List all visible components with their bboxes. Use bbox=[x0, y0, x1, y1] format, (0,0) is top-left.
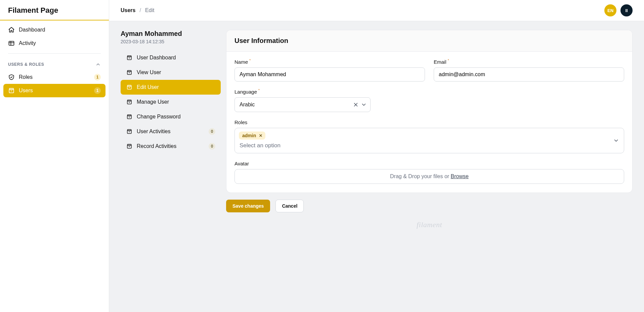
user-avatar[interactable]: II bbox=[620, 4, 633, 16]
subnav-edit-user[interactable]: Edit User bbox=[121, 80, 221, 95]
archive-icon bbox=[126, 99, 133, 105]
badge-count: 0 bbox=[209, 128, 215, 135]
remove-chip-icon[interactable] bbox=[259, 134, 263, 138]
badge-count: 1 bbox=[94, 87, 101, 94]
name-input[interactable] bbox=[234, 67, 425, 82]
language-select[interactable]: Arabic bbox=[234, 97, 371, 112]
record-title: Ayman Mohammed bbox=[121, 30, 221, 38]
badge-count: 1 bbox=[94, 74, 101, 81]
main: Users / Edit EN II Ayman Mohammed 2023-0… bbox=[109, 0, 644, 312]
table-icon bbox=[8, 40, 15, 47]
field-name: Name* bbox=[234, 59, 425, 82]
required-icon: * bbox=[448, 58, 449, 62]
subnav-view-user[interactable]: View User bbox=[121, 65, 221, 80]
role-chip-admin: admin bbox=[239, 132, 265, 140]
record-timestamp: 2023-03-18 14:12:35 bbox=[121, 39, 221, 44]
breadcrumb: Users / Edit bbox=[121, 7, 155, 13]
sidebar-item-dashboard[interactable]: Dashboard bbox=[3, 23, 105, 37]
subnav-user-dashboard[interactable]: User Dashboard bbox=[121, 50, 221, 65]
dropzone-browse[interactable]: Browse bbox=[451, 173, 469, 179]
home-icon bbox=[8, 27, 15, 33]
subnav-label: View User bbox=[137, 69, 161, 75]
form-actions: Save changes Cancel bbox=[226, 193, 633, 216]
avatar-label: Avatar bbox=[234, 161, 624, 166]
subnav-manage-user[interactable]: Manage User bbox=[121, 95, 221, 109]
user-info-card: User Information Name* Email* bbox=[226, 30, 633, 193]
content: Ayman Mohammed 2023-03-18 14:12:35 User … bbox=[109, 21, 644, 247]
archive-icon bbox=[8, 87, 15, 94]
required-icon: * bbox=[258, 88, 260, 92]
nav-divider bbox=[8, 53, 101, 54]
breadcrumb-users[interactable]: Users bbox=[121, 7, 135, 13]
subnav-label: User Dashboard bbox=[137, 55, 176, 61]
chevron-down-icon[interactable] bbox=[361, 102, 367, 108]
sidebar: Filament Page Dashboard Activity USERS &… bbox=[0, 0, 109, 312]
subnav-change-password[interactable]: Change Password bbox=[121, 109, 221, 124]
nav-section-label: USERS & ROLES bbox=[8, 62, 44, 67]
label-text: Language bbox=[234, 89, 257, 95]
archive-icon bbox=[126, 113, 133, 120]
dropzone-text: Drag & Drop your files or bbox=[390, 173, 451, 179]
archive-icon bbox=[126, 54, 133, 61]
footer-brand: filament bbox=[226, 216, 633, 239]
breadcrumb-current: Edit bbox=[145, 7, 155, 13]
field-email: Email* bbox=[434, 59, 624, 82]
email-input[interactable] bbox=[434, 67, 624, 82]
field-language: Language* Arabic bbox=[234, 89, 425, 112]
field-avatar: Avatar Drag & Drop your files or Browse bbox=[234, 161, 624, 184]
record-subnav: Ayman Mohammed 2023-03-18 14:12:35 User … bbox=[121, 29, 221, 154]
subnav-label: Record Activities bbox=[137, 143, 176, 149]
roles-label: Roles bbox=[234, 119, 624, 125]
archive-icon bbox=[126, 128, 133, 135]
sidebar-item-label: Users bbox=[19, 88, 33, 94]
subnav-label: Manage User bbox=[137, 99, 169, 105]
roles-multiselect[interactable]: admin Select an option bbox=[234, 128, 624, 153]
archive-icon bbox=[126, 69, 133, 76]
label-text: Email bbox=[434, 59, 446, 65]
label-text: Name bbox=[234, 59, 248, 65]
topbar: Users / Edit EN II bbox=[109, 0, 644, 21]
sidebar-item-users[interactable]: Users 1 bbox=[3, 84, 105, 97]
label-text: Avatar bbox=[234, 161, 249, 166]
sidebar-item-activity[interactable]: Activity bbox=[3, 37, 105, 50]
avatar-dropzone[interactable]: Drag & Drop your files or Browse bbox=[234, 169, 624, 184]
email-label: Email* bbox=[434, 59, 624, 65]
subnav-record-activities[interactable]: Record Activities 0 bbox=[121, 139, 221, 154]
subnav-label: Edit User bbox=[137, 84, 159, 90]
nav-section-users-roles[interactable]: USERS & ROLES bbox=[3, 60, 105, 70]
primary-nav: Dashboard Activity USERS & ROLES Roles 1 bbox=[0, 20, 109, 100]
sidebar-item-label: Roles bbox=[19, 74, 33, 80]
roles-placeholder: Select an option bbox=[239, 142, 620, 150]
clear-icon[interactable] bbox=[353, 102, 359, 108]
language-switcher[interactable]: EN bbox=[604, 4, 616, 16]
subnav-label: User Activities bbox=[137, 128, 170, 135]
form-column: User Information Name* Email* bbox=[226, 29, 633, 239]
label-text: Roles bbox=[234, 119, 247, 125]
chevron-up-icon bbox=[95, 62, 101, 67]
subnav-label: Change Password bbox=[137, 114, 181, 120]
sidebar-item-label: Dashboard bbox=[19, 27, 45, 33]
shield-icon bbox=[8, 74, 15, 81]
field-roles: Roles admin Select an option bbox=[234, 119, 624, 153]
cancel-button[interactable]: Cancel bbox=[275, 200, 304, 212]
subnav-user-activities[interactable]: User Activities 0 bbox=[121, 124, 221, 139]
chip-label: admin bbox=[242, 133, 256, 138]
save-button[interactable]: Save changes bbox=[226, 200, 270, 212]
brand-title[interactable]: Filament Page bbox=[0, 0, 109, 20]
sidebar-item-label: Activity bbox=[19, 40, 36, 46]
field-language-empty-col bbox=[434, 89, 624, 112]
breadcrumb-sep: / bbox=[139, 7, 141, 13]
name-label: Name* bbox=[234, 59, 425, 65]
language-value: Arabic bbox=[240, 102, 255, 108]
card-title: User Information bbox=[226, 30, 632, 52]
archive-icon bbox=[126, 143, 133, 150]
chevron-down-icon[interactable] bbox=[613, 138, 619, 144]
archive-icon bbox=[126, 84, 133, 91]
sidebar-item-roles[interactable]: Roles 1 bbox=[3, 70, 105, 84]
language-label: Language* bbox=[234, 89, 425, 95]
required-icon: * bbox=[249, 58, 251, 62]
badge-count: 0 bbox=[209, 143, 215, 150]
svg-rect-0 bbox=[9, 41, 14, 45]
